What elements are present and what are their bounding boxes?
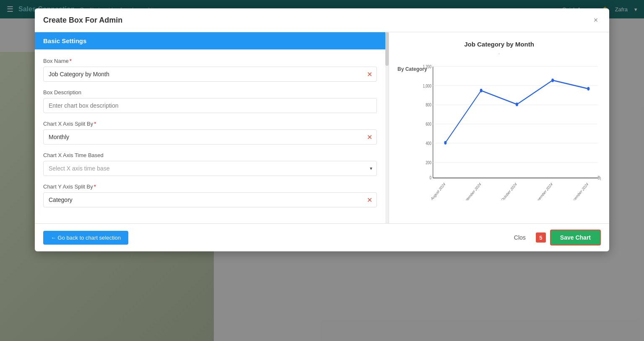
create-box-modal: Create Box For Admin × Basic Settings Bo… [35, 8, 609, 251]
chart-area: By Category [397, 62, 601, 213]
svg-text:1,200: 1,200 [423, 64, 432, 69]
form-panel: Basic Settings Box Name* ✕ [35, 32, 389, 223]
chart-svg: 1,200 1,000 800 600 400 200 0 [421, 62, 601, 200]
svg-point-19 [587, 87, 589, 91]
svg-text:1,000: 1,000 [423, 83, 432, 88]
chart-panel: Job Category by Month . By Category [389, 32, 609, 223]
basic-settings-header: Basic Settings [35, 32, 385, 49]
chart-y-axis-label: Chart Y Axis Split By* [43, 183, 377, 190]
svg-point-16 [480, 89, 483, 93]
form-scrollbar[interactable] [385, 32, 389, 223]
box-description-input[interactable] [44, 98, 377, 113]
form-scrollable: Basic Settings Box Name* ✕ [35, 32, 385, 223]
chart-x-axis-time-select[interactable]: Select X axis time base Monthly Weekly D… [44, 161, 377, 176]
step-badge: 5 [536, 232, 546, 243]
modal-close-button[interactable]: × [591, 15, 601, 25]
modal-body: Basic Settings Box Name* ✕ [35, 32, 609, 223]
box-name-label: Box Name* [43, 58, 377, 64]
chart-x-axis-label: Chart X Axis Split By* [43, 121, 377, 127]
modal-backdrop: Create Box For Admin × Basic Settings Bo… [0, 0, 644, 341]
modal-header: Create Box For Admin × [35, 8, 609, 32]
chart-inner: 1,200 1,000 800 600 400 200 0 [421, 62, 601, 200]
chart-y-axis-input[interactable] [44, 193, 363, 207]
svg-text:August 2024: August 2024 [430, 182, 446, 200]
svg-text:0: 0 [429, 175, 431, 181]
footer-right: Clos 5 Save Chart [508, 230, 601, 245]
back-to-chart-selection-button[interactable]: ← Go back to chart selection [43, 231, 128, 245]
save-chart-button[interactable]: Save Chart [550, 230, 601, 245]
chart-x-axis-time-select-wrapper: Select X axis time base Monthly Weekly D… [43, 161, 377, 176]
close-button[interactable]: Clos [508, 230, 532, 245]
modal-title: Create Box For Admin [43, 16, 122, 25]
svg-text:November 2024: November 2024 [534, 182, 553, 200]
svg-text:600: 600 [426, 121, 431, 127]
chart-x-axis-group: Chart X Axis Split By* ✕ [43, 121, 377, 145]
box-name-group: Box Name* ✕ [43, 58, 377, 82]
chart-y-axis-clear-button[interactable]: ✕ [363, 196, 377, 204]
svg-point-17 [516, 103, 518, 106]
chart-x-axis-input[interactable] [44, 130, 363, 144]
chart-subtitle: . [397, 49, 601, 55]
box-description-input-wrapper [43, 98, 377, 113]
svg-text:December 2024: December 2024 [570, 182, 589, 200]
chart-x-axis-time-group: Chart X Axis Time Based Select X axis ti… [43, 152, 377, 176]
svg-text:By Mon: By Mon [598, 175, 601, 181]
box-name-input[interactable] [44, 67, 363, 81]
chart-x-axis-time-label: Chart X Axis Time Based [43, 152, 377, 158]
modal-footer: ← Go back to chart selection Clos 5 Save… [35, 223, 609, 251]
chart-x-axis-input-wrapper: ✕ [43, 129, 377, 145]
svg-text:800: 800 [426, 102, 431, 108]
chart-title: Job Category by Month [397, 41, 601, 48]
svg-point-18 [551, 78, 554, 82]
chart-y-axis-group: Chart Y Axis Split By* ✕ [43, 183, 377, 207]
box-description-group: Box Description [43, 89, 377, 113]
svg-text:400: 400 [426, 141, 431, 146]
box-name-clear-button[interactable]: ✕ [363, 70, 377, 78]
chart-x-axis-clear-button[interactable]: ✕ [363, 133, 377, 141]
box-description-label: Box Description [43, 89, 377, 96]
svg-text:September 2024: September 2024 [462, 182, 481, 200]
box-name-input-wrapper: ✕ [43, 67, 377, 82]
chart-y-axis-input-wrapper: ✕ [43, 192, 377, 207]
svg-text:October 2024: October 2024 [501, 182, 517, 200]
scrollbar-thumb [385, 32, 389, 66]
svg-text:200: 200 [426, 160, 431, 165]
svg-point-15 [444, 141, 447, 145]
